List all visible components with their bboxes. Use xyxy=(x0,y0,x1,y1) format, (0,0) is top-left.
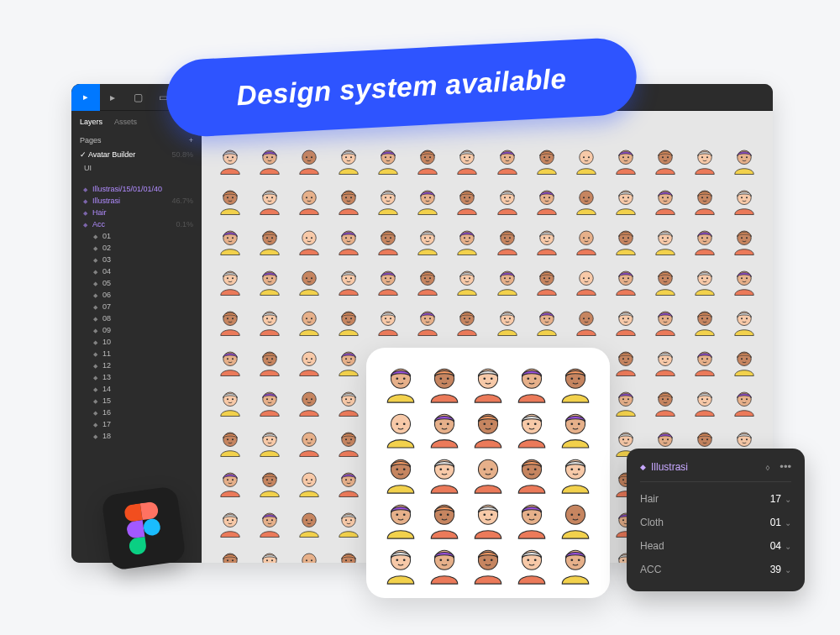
avatar-preview[interactable] xyxy=(556,454,595,494)
avatar-thumbnail[interactable] xyxy=(213,502,246,538)
avatar-thumbnail[interactable] xyxy=(332,180,365,215)
avatar-thumbnail[interactable] xyxy=(213,381,246,417)
avatar-preview[interactable] xyxy=(556,544,595,585)
avatar-thumbnail[interactable] xyxy=(213,260,246,296)
avatar-thumbnail[interactable] xyxy=(372,180,405,215)
avatar-thumbnail[interactable] xyxy=(649,180,682,215)
avatar-thumbnail[interactable] xyxy=(412,180,444,215)
avatar-preview[interactable] xyxy=(556,408,595,449)
avatar-preview[interactable] xyxy=(512,544,551,585)
avatar-thumbnail[interactable] xyxy=(689,381,722,417)
property-row[interactable]: Cloth01 xyxy=(640,511,791,534)
avatar-thumbnail[interactable] xyxy=(649,301,682,336)
avatar-thumbnail[interactable] xyxy=(253,543,286,563)
avatar-thumbnail[interactable] xyxy=(609,260,642,296)
avatar-thumbnail[interactable] xyxy=(728,180,761,215)
avatar-thumbnail[interactable] xyxy=(530,220,563,255)
avatar-preview[interactable] xyxy=(512,363,551,403)
avatar-thumbnail[interactable] xyxy=(570,139,602,175)
layer-item[interactable]: 12 xyxy=(71,359,202,371)
avatar-thumbnail[interactable] xyxy=(253,220,286,255)
layer-item[interactable]: 02 xyxy=(71,242,202,254)
avatar-preview[interactable] xyxy=(512,454,551,494)
avatar-thumbnail[interactable] xyxy=(213,422,246,457)
avatar-thumbnail[interactable] xyxy=(213,220,246,255)
avatar-thumbnail[interactable] xyxy=(332,543,365,563)
avatar-thumbnail[interactable] xyxy=(491,220,523,255)
avatar-thumbnail[interactable] xyxy=(491,180,523,215)
layer-item[interactable]: 04 xyxy=(71,265,202,277)
avatar-thumbnail[interactable] xyxy=(213,462,246,497)
layer-item[interactable]: 10 xyxy=(71,336,202,348)
avatar-thumbnail[interactable] xyxy=(570,220,602,255)
avatar-thumbnail[interactable] xyxy=(451,180,484,215)
avatar-thumbnail[interactable] xyxy=(728,301,761,336)
avatar-preview[interactable] xyxy=(381,408,420,449)
avatar-thumbnail[interactable] xyxy=(253,341,286,376)
avatar-thumbnail[interactable] xyxy=(728,260,761,296)
avatar-preview[interactable] xyxy=(425,544,464,585)
layer-item[interactable]: Illustrasi46.7% xyxy=(71,195,202,207)
avatar-thumbnail[interactable] xyxy=(332,381,365,417)
layer-item[interactable]: Acc0.1% xyxy=(71,218,202,230)
avatar-thumbnail[interactable] xyxy=(253,381,286,417)
avatar-thumbnail[interactable] xyxy=(253,502,286,538)
avatar-thumbnail[interactable] xyxy=(451,260,484,296)
avatar-thumbnail[interactable] xyxy=(213,139,246,175)
component-name[interactable]: Illustrasi xyxy=(640,461,688,473)
avatar-preview[interactable] xyxy=(381,363,420,403)
avatar-thumbnail[interactable] xyxy=(372,260,405,296)
avatar-thumbnail[interactable] xyxy=(451,139,484,175)
avatar-thumbnail[interactable] xyxy=(491,301,523,336)
avatar-preview[interactable] xyxy=(469,544,507,585)
layer-item[interactable]: 13 xyxy=(71,371,202,383)
avatar-thumbnail[interactable] xyxy=(213,301,246,336)
avatar-thumbnail[interactable] xyxy=(451,301,484,336)
avatar-thumbnail[interactable] xyxy=(292,502,325,538)
avatar-thumbnail[interactable] xyxy=(332,139,365,175)
avatar-thumbnail[interactable] xyxy=(332,341,365,376)
avatar-preview[interactable] xyxy=(425,454,464,494)
avatar-thumbnail[interactable] xyxy=(332,462,365,497)
avatar-preview[interactable] xyxy=(425,408,464,449)
avatar-thumbnail[interactable] xyxy=(689,180,722,215)
avatar-thumbnail[interactable] xyxy=(689,260,722,296)
avatar-thumbnail[interactable] xyxy=(412,220,444,255)
avatar-thumbnail[interactable] xyxy=(253,260,286,296)
avatar-thumbnail[interactable] xyxy=(332,301,365,336)
avatar-preview[interactable] xyxy=(425,499,464,539)
avatar-thumbnail[interactable] xyxy=(530,180,563,215)
avatar-thumbnail[interactable] xyxy=(689,220,722,255)
avatar-thumbnail[interactable] xyxy=(412,301,444,336)
avatar-thumbnail[interactable] xyxy=(491,260,523,296)
avatar-thumbnail[interactable] xyxy=(530,139,563,175)
avatar-thumbnail[interactable] xyxy=(728,139,761,175)
detach-instance-icon[interactable]: ⬨ xyxy=(764,460,771,473)
avatar-thumbnail[interactable] xyxy=(609,341,642,376)
sidebar-tab-layers[interactable]: Layers xyxy=(80,118,102,126)
add-page-button[interactable]: + xyxy=(189,136,193,144)
avatar-thumbnail[interactable] xyxy=(372,139,405,175)
avatar-thumbnail[interactable] xyxy=(253,139,286,175)
avatar-thumbnail[interactable] xyxy=(253,180,286,215)
more-options-icon[interactable]: ••• xyxy=(780,460,791,473)
avatar-preview[interactable] xyxy=(556,363,595,403)
layer-item[interactable]: 01 xyxy=(71,230,202,242)
avatar-thumbnail[interactable] xyxy=(292,462,325,497)
avatar-thumbnail[interactable] xyxy=(412,139,444,175)
avatar-thumbnail[interactable] xyxy=(649,139,682,175)
avatar-preview[interactable] xyxy=(556,499,595,539)
avatar-thumbnail[interactable] xyxy=(728,381,761,417)
avatar-thumbnail[interactable] xyxy=(292,180,325,215)
avatar-thumbnail[interactable] xyxy=(253,301,286,336)
figma-menu-button[interactable]: ▸ xyxy=(71,84,100,111)
avatar-thumbnail[interactable] xyxy=(332,422,365,457)
avatar-preview[interactable] xyxy=(381,454,420,494)
avatar-thumbnail[interactable] xyxy=(292,341,325,376)
layer-item[interactable]: 14 xyxy=(71,383,202,395)
frame-tool[interactable]: ▢ xyxy=(125,84,150,111)
sidebar-tab-assets[interactable]: Assets xyxy=(114,118,137,126)
layer-item[interactable]: 08 xyxy=(71,312,202,324)
avatar-thumbnail[interactable] xyxy=(451,220,484,255)
avatar-preview[interactable] xyxy=(512,408,551,449)
